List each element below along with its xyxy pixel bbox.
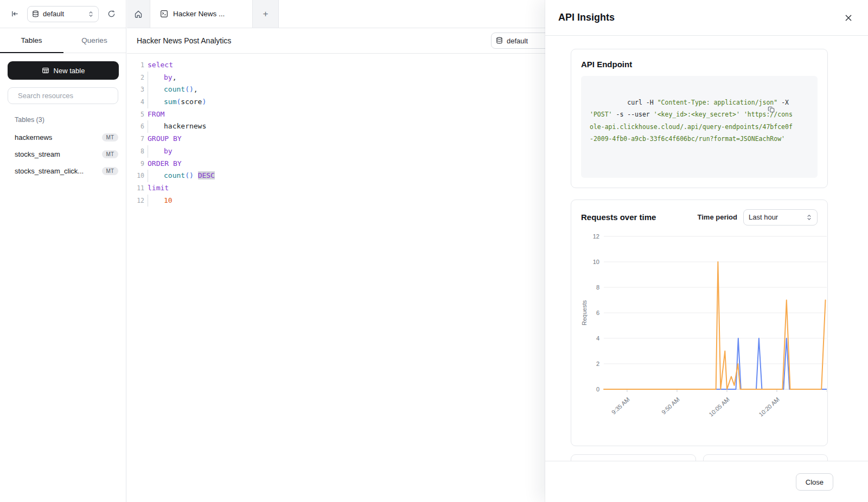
svg-text:9:35 AM: 9:35 AM [610, 396, 631, 415]
copy-icon [768, 106, 775, 113]
new-table-button[interactable]: New table [8, 61, 119, 80]
code-line: by, [148, 72, 215, 84]
database-icon [32, 10, 39, 18]
requests-chart: 0246810129:35 AM9:50 AM10:05 AM10:20 AMR… [581, 232, 824, 436]
svg-text:Requests: Requests [581, 300, 588, 325]
time-period-label: Time period [698, 213, 737, 221]
active-tab-underline [0, 52, 63, 54]
time-period-value: Last hour [749, 213, 806, 221]
panel-title: API Insights [558, 12, 842, 23]
code-line: hackernews [148, 120, 215, 133]
query-tab-hacker-news[interactable]: Hacker News ... [150, 0, 253, 28]
svg-text:0: 0 [596, 386, 599, 392]
new-query-tab-button[interactable]: + [253, 0, 279, 28]
panel-close-button[interactable] [842, 11, 855, 24]
panel-footer: Close [545, 461, 868, 502]
svg-text:12: 12 [593, 233, 599, 240]
code-line: 10 [148, 195, 215, 207]
refresh-button[interactable] [104, 7, 118, 21]
home-icon [134, 10, 143, 18]
table-name: hackernews [15, 133, 102, 141]
svg-text:6: 6 [596, 310, 599, 316]
table-engine-badge: MT [102, 150, 118, 158]
time-period-select[interactable]: Last hour [743, 209, 818, 226]
query-tab-label: Hacker News ... [173, 10, 225, 18]
new-table-label: New table [54, 67, 85, 75]
table-list-item[interactable]: stocks_stream_click...MT [0, 163, 126, 179]
code-line: ORDER BY [148, 158, 215, 170]
svg-text:4: 4 [596, 335, 599, 342]
sidebar-database-select[interactable]: default [27, 6, 99, 22]
code-line: select [148, 59, 215, 72]
requests-over-time-card: Requests over time Time period Last hour… [571, 199, 828, 446]
sidebar: default Tables Queries New table [0, 0, 126, 502]
api-endpoint-heading: API Endpoint [581, 60, 818, 69]
table-name: stocks_stream_click... [15, 167, 102, 175]
api-endpoint-card: API Endpoint curl -H "Content-Type: appl… [571, 49, 828, 188]
curl-command-text: curl -H "Content-Type: application/json"… [590, 99, 793, 143]
code-line: count(), [148, 83, 215, 96]
svg-text:8: 8 [596, 284, 599, 291]
svg-text:10:20 AM: 10:20 AM [757, 396, 781, 417]
code-line: sum(score) [148, 96, 215, 108]
database-icon [496, 37, 503, 44]
table-engine-badge: MT [102, 133, 118, 141]
curl-command-block: curl -H "Content-Type: application/json"… [581, 76, 818, 178]
table-list-item[interactable]: hackernewsMT [0, 129, 126, 146]
svg-text:2: 2 [596, 361, 599, 367]
editor-line-numbers: 123456789101112 [127, 59, 144, 207]
arrow-left-to-line-icon [11, 10, 19, 18]
collapse-sidebar-button[interactable] [8, 7, 22, 21]
chevron-up-down-icon [806, 214, 812, 221]
panel-content: API Endpoint curl -H "Content-Type: appl… [545, 36, 868, 502]
query-terminal-icon [160, 10, 168, 18]
close-icon [845, 14, 852, 22]
home-button[interactable] [127, 0, 150, 28]
clickhouse-console-app: default Tables Queries New table [0, 0, 868, 502]
refresh-icon [107, 10, 116, 18]
code-line: count() DESC [148, 170, 215, 182]
api-insights-panel: API Insights API Endpoint curl -H "Conte… [545, 0, 868, 502]
svg-text:10:05 AM: 10:05 AM [707, 396, 731, 417]
tab-queries[interactable]: Queries [63, 28, 126, 53]
sidebar-tabs: Tables Queries [0, 28, 126, 53]
svg-text:9:50 AM: 9:50 AM [660, 396, 681, 415]
tables-section-label: Tables (3) [15, 116, 118, 124]
chevron-up-down-icon [88, 11, 94, 17]
search-input[interactable] [18, 92, 113, 100]
requests-over-time-heading: Requests over time [581, 213, 698, 222]
code-line: GROUP BY [148, 133, 215, 145]
sidebar-top-bar: default [0, 0, 126, 28]
table-icon [42, 67, 49, 74]
copy-button[interactable] [768, 81, 813, 138]
search-resources-box [8, 87, 118, 104]
code-line: limit [148, 182, 215, 195]
query-title[interactable]: Hacker News Post Analytics [137, 36, 231, 45]
sidebar-database-value: default [43, 10, 84, 18]
table-name: stocks_stream [15, 150, 102, 158]
editor-code: selectby,count(),sum(score)FROMhackernew… [148, 59, 215, 207]
panel-header: API Insights [545, 0, 868, 36]
svg-text:10: 10 [593, 259, 599, 265]
code-line: by [148, 145, 215, 158]
table-list-item[interactable]: stocks_streamMT [0, 146, 126, 163]
table-engine-badge: MT [102, 167, 118, 175]
tables-list: hackernewsMTstocks_streamMTstocks_stream… [0, 129, 126, 179]
tab-tables[interactable]: Tables [0, 28, 63, 53]
requests-line-chart: 0246810129:35 AM9:50 AM10:05 AM10:20 AMR… [581, 232, 827, 434]
requests-card-header: Requests over time Time period Last hour [581, 209, 824, 226]
close-panel-button[interactable]: Close [796, 473, 833, 491]
code-line: FROM [148, 108, 215, 121]
